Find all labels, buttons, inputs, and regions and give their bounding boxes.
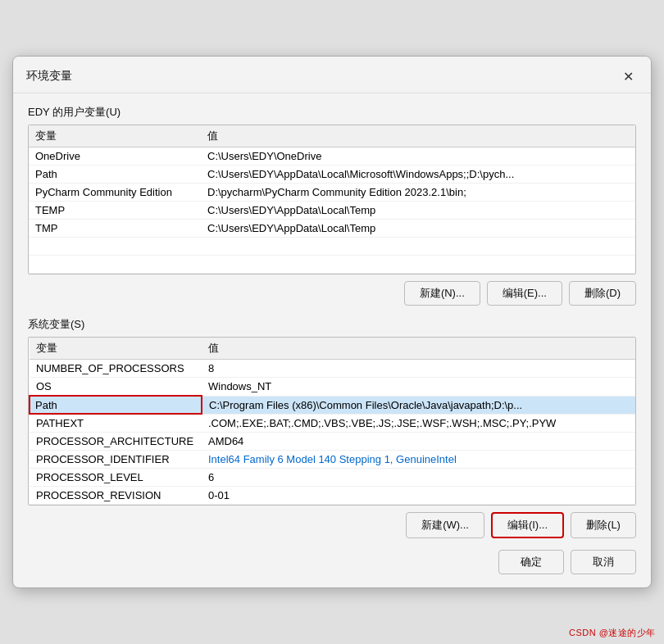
cancel-button[interactable]: 取消: [571, 550, 636, 574]
val-cell: C:\Users\EDY\AppData\Local\Temp: [201, 202, 635, 220]
var-cell: PATHEXT: [30, 414, 202, 433]
val-cell: 6: [202, 469, 635, 487]
empty-row: [29, 256, 635, 274]
dialog-title: 环境变量: [26, 69, 72, 84]
system-variables-table: 变量 值 NUMBER_OF_PROCESSORS8OSWindows_NTPa…: [29, 338, 635, 505]
system-table-body: NUMBER_OF_PROCESSORS8OSWindows_NTPathC:\…: [30, 360, 635, 505]
var-cell: OS: [30, 378, 202, 397]
table-row[interactable]: PROCESSOR_IDENTIFIERIntel64 Family 6 Mod…: [30, 451, 635, 469]
var-cell: PROCESSOR_ARCHITECTURE: [30, 433, 202, 451]
title-bar: 环境变量 ✕: [13, 57, 651, 93]
var-cell: PROCESSOR_IDENTIFIER: [30, 451, 202, 469]
table-row[interactable]: PROCESSOR_ARCHITECTUREAMD64: [30, 433, 635, 451]
env-variables-dialog: 环境变量 ✕ EDY 的用户变量(U) 变量 值 OneDriveC:\User…: [12, 56, 652, 588]
val-cell: C:\Users\EDY\AppData\Local\Temp: [201, 220, 635, 238]
user-new-button[interactable]: 新建(N)...: [404, 281, 480, 306]
table-row[interactable]: OSWindows_NT: [30, 378, 635, 397]
user-table-header: 变量 值: [29, 125, 635, 147]
val-cell: D:\pycharm\PyCharm Community Edition 202…: [201, 184, 635, 202]
table-row[interactable]: PROCESSOR_REVISION0-01: [30, 487, 635, 505]
sys-col-val: 值: [202, 338, 635, 360]
user-col-var: 变量: [29, 125, 201, 147]
table-row[interactable]: TEMPC:\Users\EDY\AppData\Local\Temp: [29, 202, 635, 220]
user-variables-section: EDY 的用户变量(U) 变量 值 OneDriveC:\Users\EDY\O…: [28, 105, 636, 306]
sys-delete-button[interactable]: 删除(L): [571, 512, 636, 538]
val-cell: AMD64: [202, 433, 635, 451]
system-buttons-row: 新建(W)... 编辑(I)... 删除(L): [28, 512, 636, 538]
watermark: CSDN @迷途的少年: [569, 627, 656, 639]
empty-row: [29, 238, 635, 256]
table-row[interactable]: PROCESSOR_LEVEL6: [30, 469, 635, 487]
footer-buttons: 确定 取消: [28, 550, 636, 574]
val-cell: .COM;.EXE;.BAT;.CMD;.VBS;.VBE;.JS;.JSE;.…: [202, 414, 635, 433]
table-row[interactable]: PATHEXT.COM;.EXE;.BAT;.CMD;.VBS;.VBE;.JS…: [30, 414, 635, 433]
val-cell: C:\Users\EDY\AppData\Local\Microsoft\Win…: [201, 166, 635, 184]
table-row[interactable]: PathC:\Program Files (x86)\Common Files\…: [30, 396, 635, 414]
sys-edit-button[interactable]: 编辑(I)...: [491, 512, 564, 538]
user-edit-button[interactable]: 编辑(E)...: [487, 281, 562, 306]
system-variables-table-container: 变量 值 NUMBER_OF_PROCESSORS8OSWindows_NTPa…: [28, 337, 636, 506]
table-row[interactable]: NUMBER_OF_PROCESSORS8: [30, 360, 635, 378]
table-row[interactable]: PyCharm Community EditionD:\pycharm\PyCh…: [29, 184, 635, 202]
sys-col-var: 变量: [30, 338, 202, 360]
val-cell: C:\Program Files (x86)\Common Files\Orac…: [202, 396, 635, 414]
close-button[interactable]: ✕: [618, 66, 638, 86]
table-row[interactable]: OneDriveC:\Users\EDY\OneDrive: [29, 147, 635, 166]
var-cell: TEMP: [29, 202, 201, 220]
var-cell: OneDrive: [29, 147, 201, 166]
table-row[interactable]: TMPC:\Users\EDY\AppData\Local\Temp: [29, 220, 635, 238]
val-cell: 0-01: [202, 487, 635, 505]
var-cell: TMP: [29, 220, 201, 238]
user-buttons-row: 新建(N)... 编辑(E)... 删除(D): [28, 281, 636, 306]
var-cell: PROCESSOR_REVISION: [30, 487, 202, 505]
system-section-title: 系统变量(S): [28, 317, 636, 332]
val-cell: C:\Users\EDY\OneDrive: [201, 147, 635, 166]
user-variables-table-container: 变量 值 OneDriveC:\Users\EDY\OneDrivePathC:…: [28, 125, 636, 274]
system-table-header: 变量 值: [30, 338, 635, 360]
system-variables-section: 系统变量(S) 变量 值 NUMBER_OF_PROCESSORS8OSWind…: [28, 317, 636, 538]
var-cell: PyCharm Community Edition: [29, 184, 201, 202]
user-variables-table: 变量 值 OneDriveC:\Users\EDY\OneDrivePathC:…: [29, 125, 635, 274]
val-cell: Windows_NT: [202, 378, 635, 397]
sys-new-button[interactable]: 新建(W)...: [406, 512, 484, 538]
var-cell: NUMBER_OF_PROCESSORS: [30, 360, 202, 378]
user-delete-button[interactable]: 删除(D): [569, 281, 636, 306]
val-cell: Intel64 Family 6 Model 140 Stepping 1, G…: [202, 451, 635, 469]
user-section-title: EDY 的用户变量(U): [28, 105, 636, 120]
val-cell: 8: [202, 360, 635, 378]
var-cell: Path: [30, 396, 202, 414]
user-col-val: 值: [201, 125, 635, 147]
dialog-body: EDY 的用户变量(U) 变量 值 OneDriveC:\Users\EDY\O…: [13, 93, 651, 587]
user-table-body: OneDriveC:\Users\EDY\OneDrivePathC:\User…: [29, 147, 635, 274]
var-cell: Path: [29, 166, 201, 184]
var-cell: PROCESSOR_LEVEL: [30, 469, 202, 487]
confirm-button[interactable]: 确定: [498, 550, 564, 574]
table-row[interactable]: PathC:\Users\EDY\AppData\Local\Microsoft…: [29, 166, 635, 184]
